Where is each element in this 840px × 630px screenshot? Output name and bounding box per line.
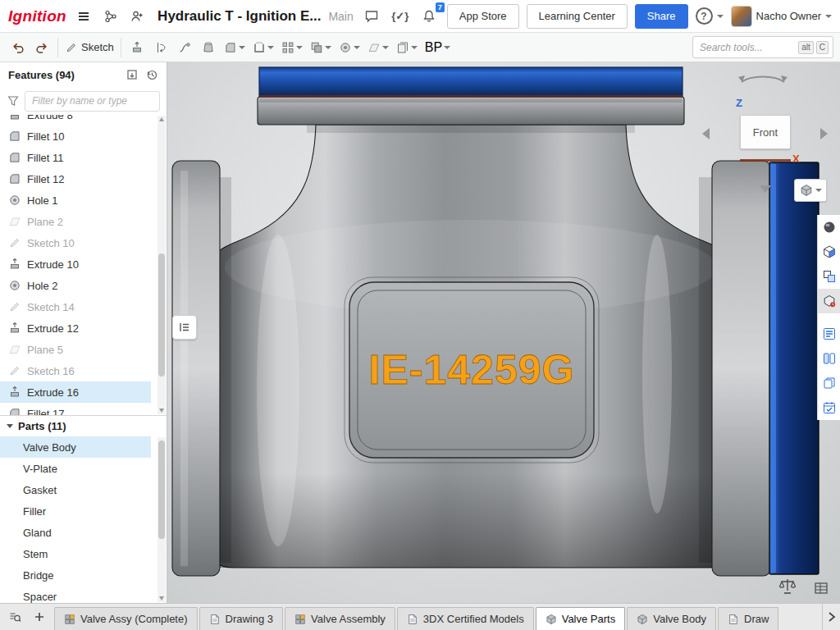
part-row[interactable]: V-Plate: [0, 458, 151, 479]
rotate-down-arrow[interactable]: [760, 185, 771, 193]
feature-flyout-handle[interactable]: [172, 315, 197, 340]
feature-row[interactable]: Fillet 12: [0, 168, 151, 189]
rotate-right-arrow[interactable]: [820, 128, 828, 139]
tab-3dx-certified-models[interactable]: 3DX Certified Models: [397, 607, 534, 630]
tool-loft-button[interactable]: [197, 36, 220, 59]
chevron-down-icon: [267, 46, 274, 49]
tab-valve-assembly[interactable]: Valve Assembly: [285, 607, 395, 630]
release-calendar-icon[interactable]: [818, 395, 840, 420]
scroll-up-icon[interactable]: [159, 117, 164, 121]
parts-section-header[interactable]: Parts (11): [0, 415, 167, 436]
mass-properties-icon[interactable]: [778, 578, 797, 596]
tool-fillet-group[interactable]: [221, 36, 249, 59]
graphics-viewport[interactable]: IE-14259G Z Front X: [167, 62, 840, 603]
feature-row[interactable]: Extrude 8: [0, 115, 151, 126]
feature-row[interactable]: Plane 2: [0, 211, 151, 232]
tool-boolean-group[interactable]: [307, 36, 335, 59]
tab-drawing-truncated[interactable]: Draw: [718, 607, 778, 630]
drawing-icon: [728, 614, 739, 625]
tab-valve-body[interactable]: Valve Body: [627, 607, 716, 630]
feature-row[interactable]: Extrude 12: [0, 317, 151, 339]
tab-scroll-right-button[interactable]: [822, 604, 840, 630]
part-row[interactable]: Gasket: [0, 479, 151, 500]
view-options-button[interactable]: [794, 179, 827, 202]
hamburger-menu-icon[interactable]: [74, 6, 94, 27]
feature-row[interactable]: Sketch 16: [0, 360, 151, 381]
tool-bp-group[interactable]: BP: [422, 36, 454, 59]
rotate-arc-icon[interactable]: [733, 69, 792, 85]
configurations-panel-icon[interactable]: [818, 346, 840, 371]
scrollbar-thumb[interactable]: [158, 441, 165, 539]
rotate-left-arrow[interactable]: [702, 128, 710, 139]
tool-revolve-button[interactable]: [149, 36, 172, 59]
workspace-name[interactable]: Main: [328, 10, 353, 23]
feature-row[interactable]: Sketch 10: [0, 232, 151, 253]
valve-body-model[interactable]: IE-14259G: [167, 62, 840, 603]
appearance-sphere-icon[interactable]: [818, 215, 840, 240]
app-store-button[interactable]: App Store: [447, 4, 519, 29]
notifications-bell-icon[interactable]: 7: [418, 6, 440, 27]
feature-row[interactable]: Hole 1: [0, 189, 151, 211]
scroll-down-icon[interactable]: [159, 596, 164, 600]
part-cube-icon[interactable]: [818, 240, 840, 264]
scroll-down-icon[interactable]: [159, 409, 164, 413]
feature-row[interactable]: Plane 5: [0, 339, 151, 360]
versions-icon[interactable]: [101, 6, 121, 27]
tool-hole-group[interactable]: [336, 36, 363, 59]
add-tab-button[interactable]: [28, 605, 51, 628]
redo-button[interactable]: [30, 36, 53, 59]
instances-cubes-icon[interactable]: [818, 264, 840, 289]
tab-manager-icon[interactable]: [3, 605, 26, 628]
user-menu[interactable]: Nacho Owner: [731, 6, 832, 27]
feature-list-panel-icon[interactable]: [818, 322, 840, 346]
feature-row[interactable]: Extrude 10: [0, 253, 151, 275]
scrollbar-thumb[interactable]: [158, 253, 165, 377]
view-cube-front[interactable]: Front: [740, 115, 791, 149]
collaborators-icon[interactable]: [127, 6, 147, 27]
feature-row[interactable]: Fillet 17: [0, 403, 151, 415]
chevron-down-icon: [325, 46, 331, 49]
tool-extrude-button[interactable]: [126, 36, 148, 59]
duplicate-panel-icon[interactable]: [818, 371, 840, 395]
chevron-down-icon: [825, 15, 832, 18]
tab-valve-assy-complete[interactable]: Valve Assy (Complete): [54, 607, 198, 630]
part-row[interactable]: Spacer: [0, 586, 151, 603]
tool-shell-group[interactable]: [249, 36, 277, 59]
tool-sweep-button[interactable]: [173, 36, 196, 59]
tool-sheets-group[interactable]: [393, 36, 421, 59]
versions-cube-icon[interactable]: [818, 289, 840, 313]
history-icon[interactable]: [145, 68, 158, 81]
share-button[interactable]: Share: [635, 4, 688, 29]
feature-filter-input[interactable]: [25, 91, 160, 112]
feature-row-selected[interactable]: Extrude 16: [0, 381, 151, 403]
part-row[interactable]: Gland: [0, 522, 151, 543]
help-menu[interactable]: ?: [696, 7, 724, 25]
measure-grid-icon[interactable]: [814, 581, 829, 596]
comments-icon[interactable]: [361, 6, 382, 27]
feature-row[interactable]: Fillet 11: [0, 147, 151, 168]
feature-row[interactable]: Fillet 10: [0, 126, 151, 147]
tool-plane-group[interactable]: [364, 36, 392, 59]
part-row[interactable]: Filler: [0, 500, 151, 522]
sketch-button[interactable]: Sketch: [62, 36, 116, 59]
feature-row[interactable]: Hole 2: [0, 275, 151, 296]
learning-center-button[interactable]: Learning Center: [527, 4, 628, 29]
document-title[interactable]: Hydraulic T - Ignition E...: [158, 8, 321, 25]
part-row-selected[interactable]: Valve Body: [0, 436, 151, 458]
tab-drawing-3[interactable]: Drawing 3: [199, 607, 284, 630]
featurescript-icon[interactable]: {✓}: [390, 6, 411, 27]
part-row[interactable]: Bridge: [0, 564, 151, 586]
undo-button[interactable]: [7, 36, 30, 59]
hole-icon: [339, 41, 352, 54]
filter-funnel-icon[interactable]: [7, 94, 20, 107]
parts-scrollbar[interactable]: [158, 437, 166, 602]
tab-valve-parts[interactable]: Valve Parts: [536, 607, 626, 630]
feature-scrollbar[interactable]: [158, 116, 166, 414]
boolean-icon: [310, 41, 323, 54]
feature-row[interactable]: Sketch 14: [0, 296, 151, 317]
insert-here-icon[interactable]: [126, 68, 139, 81]
tool-pattern-group[interactable]: [278, 36, 306, 59]
tool-search-input[interactable]: [700, 42, 796, 53]
app-logo[interactable]: Ignition: [8, 7, 66, 25]
part-row[interactable]: Stem: [0, 543, 151, 564]
